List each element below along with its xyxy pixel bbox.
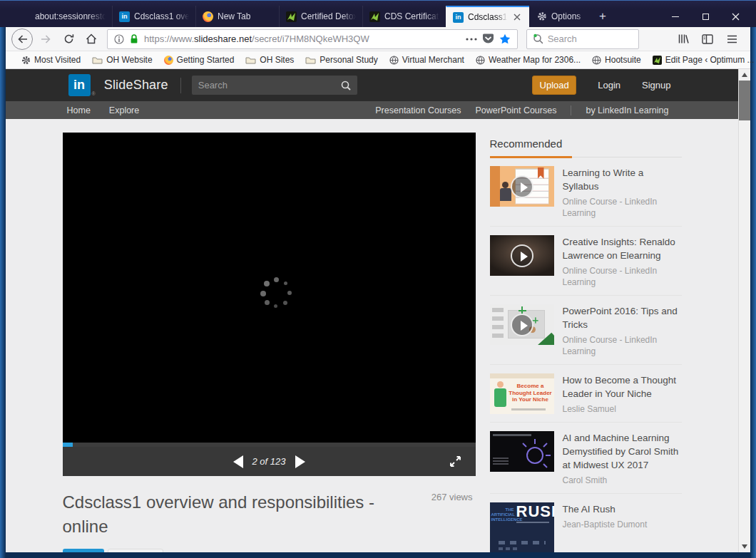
- bookmark-virtual-merchant[interactable]: Virtual Merchant: [384, 52, 470, 68]
- recommended-thumbnail[interactable]: [490, 431, 554, 472]
- maximize-button[interactable]: [690, 6, 720, 27]
- bookmark-getting-started[interactable]: Getting Started: [158, 52, 240, 68]
- linkedin-favicon: in: [119, 11, 130, 22]
- leaf-icon: [653, 56, 662, 65]
- bookmarks-bar: Most Visited OH Website Getting Started …: [6, 51, 750, 69]
- toolbar-right-icons: [673, 29, 745, 49]
- tab-cds-certification[interactable]: CDS Certificatio: [362, 6, 446, 27]
- tab-new-tab[interactable]: New Tab: [195, 6, 279, 27]
- bookmark-label: Personal Study: [320, 55, 377, 65]
- nav-presentation-courses[interactable]: Presentation Courses: [375, 105, 461, 115]
- list-item[interactable]: THE ARTIFICIAL INTELLIGENCE RUSH The AI …: [490, 494, 682, 552]
- scrollbar-thumb[interactable]: [739, 81, 750, 120]
- list-item[interactable]: Creative Insights: Renaldo Lawrence on E…: [490, 227, 682, 296]
- signup-link[interactable]: Signup: [642, 80, 670, 91]
- page-scrollbar[interactable]: [738, 69, 750, 552]
- reload-icon: [63, 33, 74, 44]
- secondary-action-button[interactable]: [108, 549, 163, 552]
- tab-options[interactable]: Options: [529, 6, 592, 27]
- search-bar[interactable]: [526, 29, 639, 49]
- reload-button[interactable]: [58, 29, 78, 49]
- next-slide-button[interactable]: [295, 455, 305, 468]
- recommended-title[interactable]: Learning to Write a Syllabus: [563, 166, 682, 193]
- subnav-divider: [571, 105, 571, 115]
- url-bar[interactable]: https://www.slideshare.net/secret/i7HM8N…: [107, 29, 518, 49]
- browser-navbar: https://www.slideshare.net/secret/i7HM8N…: [6, 27, 750, 51]
- slideshare-search-input[interactable]: [198, 80, 341, 91]
- recommended-thumbnail[interactable]: [490, 304, 554, 345]
- nav-by-linkedin-learning[interactable]: by LinkedIn Learning: [586, 105, 668, 115]
- recommended-title[interactable]: PowerPoint 2016: Tips and Tricks: [563, 304, 682, 331]
- forward-arrow-icon: [41, 34, 51, 44]
- play-icon: [511, 244, 533, 267]
- bookmark-star-icon[interactable]: [499, 33, 511, 44]
- nav-home[interactable]: Home: [67, 105, 91, 115]
- thumbnail-text: Become a Thought Leader in Your Niche: [508, 383, 553, 403]
- pocket-icon[interactable]: [482, 33, 494, 44]
- document-title: Cdsclass1 overview and responsibilities …: [63, 490, 398, 539]
- info-icon[interactable]: [114, 34, 124, 44]
- fullscreen-button[interactable]: [449, 455, 461, 467]
- recommended-thumbnail[interactable]: [490, 166, 554, 207]
- slideshare-search-box[interactable]: [192, 76, 357, 95]
- slideshare-brand[interactable]: SlideShare: [104, 78, 168, 93]
- tab-cdsclass1-active[interactable]: in Cdsclass1 o: [446, 6, 529, 27]
- page-actions-icon[interactable]: [466, 38, 477, 41]
- bookmark-most-visited[interactable]: Most Visited: [16, 52, 86, 68]
- slide-display-area[interactable]: [63, 133, 476, 443]
- bookmark-label: Weather Map for 2306...: [489, 55, 581, 65]
- leaf-favicon: [369, 11, 380, 22]
- tab-certified-detox[interactable]: Certified Detoxi: [279, 6, 362, 27]
- upload-button[interactable]: Upload: [532, 76, 576, 95]
- close-button[interactable]: [720, 6, 750, 27]
- sidebar-toggle-button[interactable]: [698, 29, 717, 49]
- back-button[interactable]: [11, 29, 33, 50]
- forward-button[interactable]: [36, 29, 56, 49]
- scroll-down-arrow[interactable]: [742, 544, 747, 549]
- linkedin-logo[interactable]: in: [68, 74, 91, 96]
- tab-session-restore[interactable]: about:sessionrestore: [29, 6, 112, 27]
- fullscreen-icon: [449, 455, 461, 467]
- bookmark-edit-page[interactable]: Edit Page ‹ Optimum ...: [647, 52, 756, 68]
- library-button[interactable]: [673, 29, 693, 49]
- search-input[interactable]: [548, 33, 633, 44]
- tab-close-icon[interactable]: [511, 11, 523, 23]
- tab-cdsclass1-overview[interactable]: in Cdsclass1 overv: [112, 6, 195, 27]
- bookmark-oh-website[interactable]: OH Website: [86, 52, 158, 68]
- bookmark-label: Virtual Merchant: [402, 55, 464, 65]
- magnifier-icon[interactable]: [341, 81, 351, 91]
- login-link[interactable]: Login: [598, 80, 620, 91]
- minimize-button[interactable]: [660, 6, 690, 27]
- nav-explore[interactable]: Explore: [109, 105, 139, 115]
- close-icon: [732, 13, 740, 21]
- tab-strip: about:sessionrestore in Cdsclass1 overv …: [29, 6, 660, 27]
- slide-player: 2 of 123 Cdsclass1 overview and responsi…: [63, 133, 476, 552]
- list-item[interactable]: AI and Machine Learning Demystified by C…: [490, 423, 682, 494]
- recommended-title[interactable]: Creative Insights: Renaldo Lawrence on E…: [563, 235, 682, 262]
- bookmark-weather-map[interactable]: Weather Map for 2306...: [470, 52, 586, 68]
- bookmark-personal-study[interactable]: Personal Study: [300, 52, 383, 68]
- list-item[interactable]: PowerPoint 2016: Tips and Tricks Online …: [490, 296, 682, 365]
- folder-icon: [305, 56, 316, 64]
- padlock-icon[interactable]: [129, 33, 139, 44]
- scroll-up-arrow[interactable]: [742, 73, 747, 77]
- previous-slide-button[interactable]: [233, 455, 243, 468]
- recommended-title[interactable]: The AI Rush: [563, 502, 648, 516]
- url-text[interactable]: https://www.slideshare.net/secret/i7HM8N…: [144, 33, 461, 44]
- bookmark-hootsuite[interactable]: Hootsuite: [586, 52, 647, 68]
- new-tab-button[interactable]: +: [592, 6, 613, 27]
- thumbnail-text: THE ARTIFICIAL INTELLIGENCE: [491, 507, 514, 522]
- recommended-thumbnail[interactable]: THE ARTIFICIAL INTELLIGENCE RUSH: [490, 502, 554, 552]
- recommended-thumbnail[interactable]: Become a Thought Leader in Your Niche: [490, 373, 554, 414]
- share-button[interactable]: [63, 549, 104, 552]
- nav-powerpoint-courses[interactable]: PowerPoint Courses: [475, 105, 556, 115]
- home-button[interactable]: [81, 29, 101, 49]
- minimize-icon: [672, 16, 679, 17]
- recommended-title[interactable]: AI and Machine Learning Demystified by C…: [563, 431, 682, 472]
- list-item[interactable]: Learning to Write a Syllabus Online Cour…: [490, 157, 682, 227]
- recommended-title[interactable]: How to Become a Thought Leader in Your N…: [563, 373, 682, 401]
- recommended-thumbnail[interactable]: [490, 235, 554, 276]
- menu-button[interactable]: [722, 29, 742, 49]
- list-item[interactable]: Become a Thought Leader in Your Niche Ho…: [490, 365, 682, 423]
- bookmark-oh-sites[interactable]: OH Sites: [240, 52, 300, 68]
